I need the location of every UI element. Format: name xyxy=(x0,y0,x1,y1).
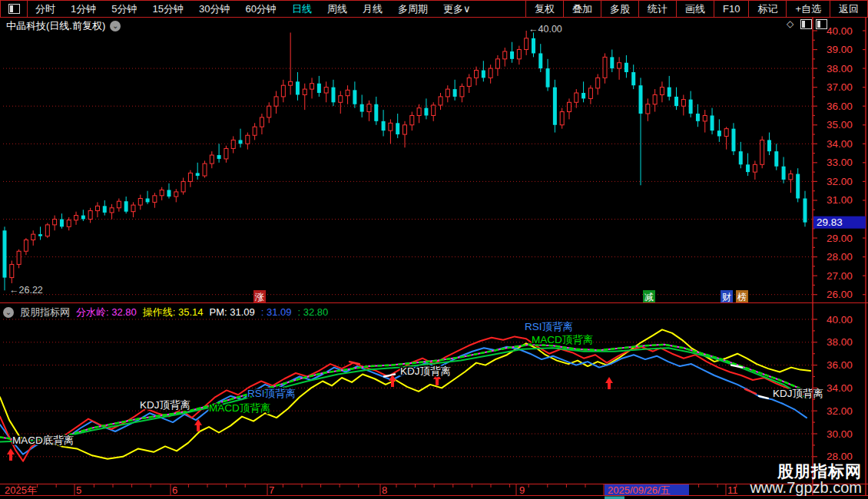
svg-text:8: 8 xyxy=(382,484,387,496)
svg-text:26.00: 26.00 xyxy=(827,289,853,300)
svg-text:34.00: 34.00 xyxy=(827,382,853,394)
indicator-value-5: : 32.80 xyxy=(298,306,329,318)
svg-text:28.00: 28.00 xyxy=(827,251,853,263)
svg-text:40.00: 40.00 xyxy=(827,25,853,37)
diamond-icon[interactable]: ◇ xyxy=(787,18,793,29)
site-watermark: 股朋指标网 www.7gpzb.com xyxy=(750,463,862,496)
date-axis: 2025/09/26/五2025年5678911 xyxy=(0,484,868,499)
svg-text:38.00: 38.00 xyxy=(827,336,853,348)
svg-text:2025年: 2025年 xyxy=(5,484,37,496)
svg-text:30.00: 30.00 xyxy=(827,428,853,440)
indicator-header: ⌄ 股朋指标网 分水岭: 32.80操作线: 35.14PM: 31.09: 3… xyxy=(3,306,334,319)
svg-text:RSI顶背离: RSI顶背离 xyxy=(525,321,573,332)
svg-text:6: 6 xyxy=(172,484,177,496)
price-axis: 40.0039.0038.0037.0036.0035.0034.0033.00… xyxy=(813,17,866,495)
page-title: 中晶科技(日线.前复权) xyxy=(6,19,105,33)
collapse-indicator-icon[interactable]: ⌄ xyxy=(3,307,14,318)
indicator-value-1: 分水岭: 32.80 xyxy=(76,306,137,318)
svg-text:32.00: 32.00 xyxy=(827,176,853,187)
svg-text:MACD顶背离: MACD顶背离 xyxy=(209,402,270,414)
indicator-value-4: : 31.09 xyxy=(261,306,292,318)
indicator-panel: MACD底背离KDJ顶背离MACD顶背离RSI顶背离KDJ顶背离RSI顶背离MA… xyxy=(0,319,823,461)
indicator-source-label: 股朋指标网 xyxy=(20,306,70,319)
split-view-icon[interactable] xyxy=(800,19,812,29)
svg-text:40.00: 40.00 xyxy=(827,314,853,326)
svg-text:29.00: 29.00 xyxy=(827,233,853,244)
svg-text:32.00: 32.00 xyxy=(827,405,853,417)
svg-text:7: 7 xyxy=(269,484,274,496)
indicator-line-分水岭 xyxy=(0,345,810,441)
svg-text:37.00: 37.00 xyxy=(827,81,853,93)
svg-text:31.00: 31.00 xyxy=(827,194,853,206)
indicator-line-蓝线 xyxy=(0,347,807,454)
svg-text:←26.22: ←26.22 xyxy=(9,285,43,296)
svg-text:27.00: 27.00 xyxy=(827,270,853,282)
svg-text:2025/09/26/五: 2025/09/26/五 xyxy=(608,484,671,496)
svg-text:KDJ顶背离: KDJ顶背离 xyxy=(400,365,451,377)
candlestick-series xyxy=(3,31,807,290)
chart-canvas[interactable]: ←40.00←26.22涨减财榜MACD底背离KDJ顶背离MACD顶背离RSI顶… xyxy=(0,0,868,499)
svg-text:28.00: 28.00 xyxy=(827,451,853,462)
svg-text:KDJ顶背离: KDJ顶背离 xyxy=(773,388,823,399)
indicator-value-2: 操作线: 35.14 xyxy=(143,306,204,318)
chevron-down-icon[interactable]: ⌄ xyxy=(110,21,121,31)
watermark-name: 股朋指标网 xyxy=(750,463,862,480)
svg-text:RSI顶背离: RSI顶背离 xyxy=(247,388,296,399)
trading-app-window: 分时1分钟5分钟15分钟30分钟60分钟日线周线月线多周期更多∨ 复权叠加多股统… xyxy=(0,0,868,499)
svg-text:38.00: 38.00 xyxy=(827,63,853,74)
indicator-line-红线 xyxy=(0,336,810,461)
svg-text:11: 11 xyxy=(727,484,738,496)
indicator-line-趋势线 xyxy=(0,348,807,441)
svg-text:MACD顶背离: MACD顶背离 xyxy=(532,334,593,345)
svg-text:29.83: 29.83 xyxy=(817,216,843,228)
main-candle-chart: ←40.00←26.22涨减财榜 xyxy=(3,24,813,302)
svg-text:财: 财 xyxy=(722,292,731,302)
indicator-values: 分水岭: 32.80操作线: 35.14PM: 31.09: 31.09: 32… xyxy=(76,306,334,319)
svg-text:减: 减 xyxy=(644,292,654,302)
svg-text:KDJ顶背离: KDJ顶背离 xyxy=(140,399,190,411)
svg-text:34.00: 34.00 xyxy=(827,138,853,150)
chart-corner-icons: ◇ xyxy=(787,18,812,29)
svg-text:33.00: 33.00 xyxy=(827,157,853,168)
svg-text:MACD底背离: MACD底背离 xyxy=(12,435,74,446)
panel-toggle-icon[interactable] xyxy=(816,19,827,29)
svg-text:36.00: 36.00 xyxy=(827,101,853,112)
watermark-url: www.7gpzb.com xyxy=(750,480,862,496)
svg-text:35.00: 35.00 xyxy=(827,119,853,131)
svg-text:39.00: 39.00 xyxy=(827,44,853,55)
svg-text:36.00: 36.00 xyxy=(827,359,853,371)
svg-text:涨: 涨 xyxy=(254,292,264,302)
svg-text:5: 5 xyxy=(76,484,81,496)
svg-text:榜: 榜 xyxy=(737,292,747,302)
svg-text:←40.00: ←40.00 xyxy=(528,24,562,35)
indicator-value-3: PM: 31.09 xyxy=(210,306,255,318)
chart-title-row[interactable]: 中晶科技(日线.前复权) ⌄ xyxy=(6,19,121,33)
svg-text:9: 9 xyxy=(519,484,525,496)
